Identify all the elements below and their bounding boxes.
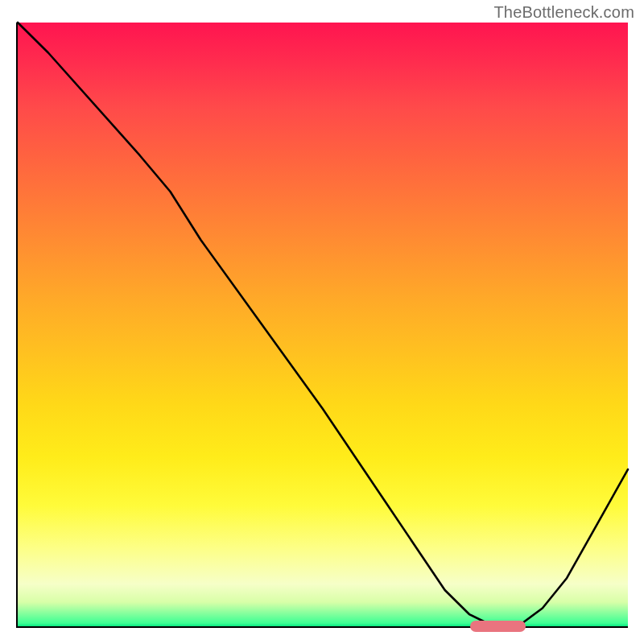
bottleneck-curve-line — [18, 23, 628, 626]
optimal-range-marker — [470, 621, 525, 632]
chart-plot-area — [16, 23, 628, 628]
chart-svg — [18, 23, 628, 626]
watermark-text: TheBottleneck.com — [493, 3, 634, 22]
